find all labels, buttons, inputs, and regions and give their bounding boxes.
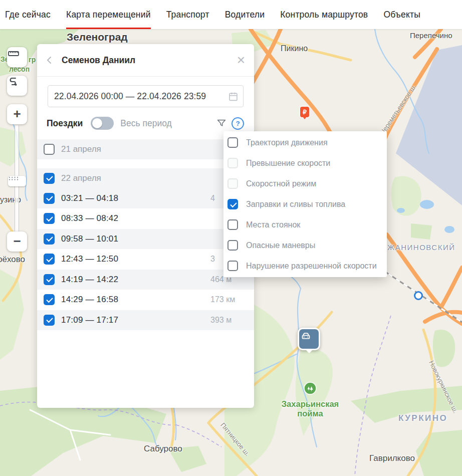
filter-menu-item-label: Нарушение разрешенной скорости — [246, 262, 377, 271]
map-label-gavrilkovo: Гаврилково — [369, 453, 415, 463]
minus-icon: − — [13, 234, 21, 248]
checkbox[interactable] — [227, 137, 238, 148]
date-range-value: 22.04.2026 00:00 — 22.04.2026 23:59 — [54, 91, 228, 102]
filter-icon[interactable] — [216, 118, 227, 129]
map-label-lesopark-fragment-2: гр — [29, 56, 36, 64]
header-divider — [37, 76, 254, 77]
trips-toolbar: Поездки Весь период ? — [47, 116, 244, 130]
trip-distance: 4 — [210, 194, 215, 203]
zoom-in-button[interactable]: + — [7, 104, 27, 124]
park-icon — [304, 382, 317, 395]
day-row[interactable]: 21 апреля — [37, 139, 254, 159]
trip-row[interactable]: 14:19 — 14:22464 м — [37, 270, 254, 290]
map-label-molzhaninovsky: ЛЖАНИНОВСКИЙ — [382, 243, 455, 252]
checkbox[interactable] — [227, 199, 238, 209]
day-row[interactable]: 22 апреля — [37, 168, 254, 188]
vehicle-marker[interactable] — [298, 328, 320, 350]
trip-row[interactable]: 09:58 — 10:01 — [37, 229, 254, 250]
trips-section-label: Поездки — [47, 118, 83, 129]
trip-time: 12:43 — 12:50 — [61, 254, 118, 264]
trip-time: 03:21 — 04:18 — [61, 193, 118, 203]
checkbox[interactable] — [44, 274, 55, 285]
filter-menu-item-label: Заправки и сливы топлива — [246, 200, 345, 209]
period-label: Весь период — [120, 118, 171, 129]
filter-menu-item[interactable]: Заправки и сливы топлива — [223, 194, 387, 214]
checkbox[interactable] — [44, 173, 55, 184]
map-label-zakharinskaya-poyma: Захарьинская пойма — [281, 399, 340, 418]
tab-objects[interactable]: Объекты — [383, 0, 420, 29]
map-label-perepechino: Перепечино — [410, 31, 452, 40]
map-label-saburovo: Сабурово — [144, 444, 182, 454]
trip-time: 14:19 — 14:22 — [61, 275, 118, 285]
date-range-input[interactable]: 22.04.2026 00:00 — 22.04.2026 23:59 — [48, 85, 244, 107]
checkbox[interactable] — [44, 213, 55, 224]
tab-drivers[interactable]: Водители — [225, 0, 265, 29]
trip-row[interactable]: 08:33 — 08:42 — [37, 208, 254, 229]
day-label: 22 апреля — [61, 173, 101, 183]
trip-list: 21 апреля22 апреля03:21 — 04:18408:33 — … — [37, 139, 254, 330]
trip-time: 09:58 — 10:01 — [61, 234, 118, 244]
filter-menu-item[interactable]: Нарушение разрешенной скорости — [223, 256, 387, 276]
plus-icon: + — [13, 107, 21, 120]
filter-menu-item[interactable]: Скоростной режим — [223, 173, 387, 194]
help-icon[interactable]: ? — [232, 117, 244, 130]
route-tool-button[interactable] — [7, 76, 27, 96]
checkbox[interactable] — [44, 254, 55, 265]
trip-row[interactable]: 17:09 — 17:17393 м — [37, 310, 254, 331]
filter-menu-item-label: Превышение скорости — [246, 159, 330, 168]
filter-menu-item-label: Траектория движения — [246, 138, 328, 147]
zoom-slider-handle[interactable] — [8, 176, 26, 186]
map-label-kurkino: КУРКИНО — [398, 413, 447, 423]
tab-route-control[interactable]: Контроль маршрутов — [280, 0, 368, 29]
toggle-knob — [92, 118, 102, 128]
checkbox[interactable] — [44, 315, 55, 326]
filter-menu-item-label: Скоростной режим — [246, 179, 316, 188]
trip-row[interactable]: 14:29 — 16:58173 км — [37, 290, 254, 310]
calendar-icon[interactable] — [228, 91, 239, 102]
trip-row[interactable]: 12:43 — 12:503 — [37, 249, 254, 270]
period-toggle[interactable] — [91, 117, 114, 130]
measure-tool-button[interactable] — [7, 47, 27, 67]
checkbox[interactable] — [227, 261, 238, 271]
filter-menu-item[interactable]: Места стоянок — [223, 214, 387, 235]
day-label: 21 апреля — [61, 144, 101, 154]
railway-station-marker — [414, 291, 423, 300]
zoom-out-button[interactable]: − — [7, 231, 27, 252]
filter-menu-item-label: Опасные маневры — [246, 241, 315, 250]
map-layers-filter-menu: Траектория движенияПревышение скоростиСк… — [223, 131, 387, 277]
trips-panel: Семенов Даниил × 22.04.2026 00:00 — 22.0… — [37, 44, 254, 408]
trip-row[interactable]: 03:21 — 04:184 — [37, 188, 254, 209]
trip-time: 17:09 — 17:17 — [61, 315, 118, 325]
map-label-zelenograd: Зеленоград — [67, 31, 128, 43]
filter-menu-item[interactable]: Траектория движения — [223, 132, 387, 153]
checkbox[interactable] — [44, 233, 55, 245]
checkbox[interactable] — [44, 294, 55, 305]
checkbox[interactable] — [227, 178, 238, 189]
toll-poi-marker[interactable]: ₽ — [300, 107, 309, 117]
trip-distance: 173 км — [210, 295, 235, 304]
checkbox[interactable] — [227, 158, 238, 168]
trips-panel-header: Семенов Даниил × — [37, 44, 254, 76]
map-label-pikino: Пикино — [281, 44, 308, 53]
top-navigation: Где сейчасКарта перемещенийТранспортВоди… — [0, 0, 462, 29]
trip-time: 08:33 — 08:42 — [61, 213, 118, 223]
close-icon[interactable]: × — [237, 53, 245, 67]
back-icon[interactable] — [45, 55, 53, 65]
tab-transport[interactable]: Транспорт — [166, 0, 209, 29]
filter-menu-item[interactable]: Превышение скорости — [223, 153, 387, 173]
driver-name-title: Семенов Даниил — [62, 55, 135, 66]
checkbox[interactable] — [44, 144, 55, 155]
trip-time: 14:29 — 16:58 — [61, 295, 118, 305]
checkbox[interactable] — [227, 219, 238, 230]
list-gap — [37, 159, 254, 168]
checkbox[interactable] — [44, 193, 55, 204]
map-label-bryokhovo: рёхово — [0, 255, 25, 265]
filter-menu-item[interactable]: Опасные маневры — [223, 235, 387, 256]
tab-where-now[interactable]: Где сейчас — [5, 0, 51, 29]
trip-distance: 393 м — [210, 316, 232, 325]
checkbox[interactable] — [227, 240, 238, 251]
filter-menu-item-label: Места стоянок — [246, 220, 300, 229]
tab-movement-map[interactable]: Карта перемещений — [66, 0, 151, 29]
trip-distance: 3 — [210, 255, 215, 264]
